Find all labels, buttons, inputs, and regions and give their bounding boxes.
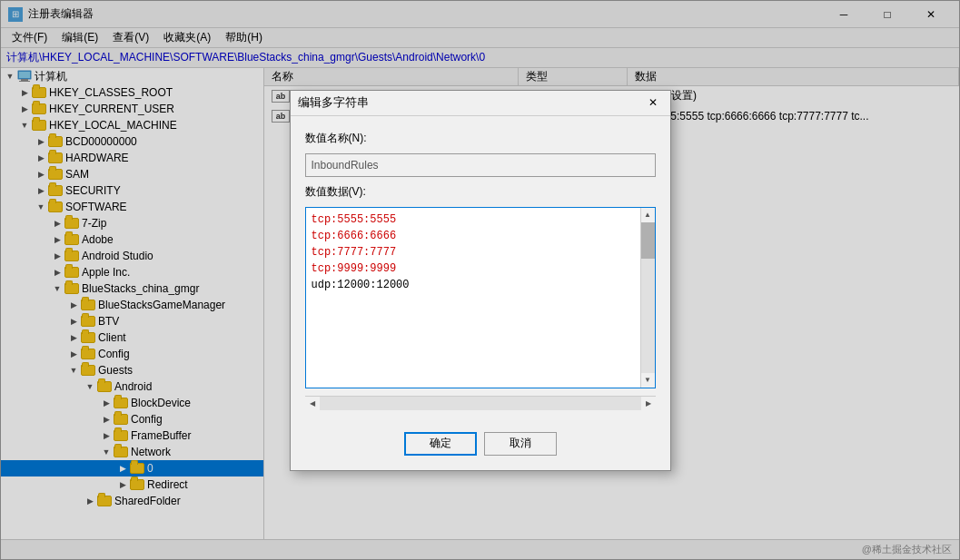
dialog-buttons: 确定 取消 [291, 425, 670, 470]
data-line-4: udp:12000:12000 [312, 277, 635, 293]
dialog-data-label: 数值数据(V): [305, 184, 656, 200]
value-horizontal-scrollbar: ◀ ▶ [305, 396, 656, 410]
dialog-name-label: 数值名称(N): [305, 131, 656, 146]
data-line-0: tcp:5555:5555 [312, 211, 635, 228]
dialog-cancel-button[interactable]: 取消 [484, 432, 557, 456]
dialog-body: 数值名称(N): 数值数据(V): tcp:5555:5555 tcp:6666… [291, 116, 670, 425]
value-data-box: tcp:5555:5555 tcp:6666:6666 tcp:7777:777… [305, 207, 656, 388]
value-data-scrollbar: ▲ ▼ [640, 208, 655, 388]
edit-multistring-dialog: 编辑多字符串 ✕ 数值名称(N): 数值数据(V): tcp:5555:5555… [290, 90, 671, 471]
dialog-overlay: 编辑多字符串 ✕ 数值名称(N): 数值数据(V): tcp:5555:5555… [0, 0, 960, 560]
data-line-3: tcp:9999:9999 [312, 260, 635, 277]
dialog-titlebar: 编辑多字符串 ✕ [291, 91, 670, 116]
data-line-1: tcp:6666:6666 [312, 228, 635, 244]
scrollbar-up-arrow[interactable]: ▲ [640, 208, 655, 222]
h-scrollbar-left-arrow[interactable]: ◀ [305, 396, 320, 410]
dialog-title: 编辑多字符串 [298, 94, 643, 111]
h-scrollbar-track[interactable] [320, 397, 641, 410]
scrollbar-thumb[interactable] [641, 222, 655, 259]
dialog-ok-button[interactable]: 确定 [404, 432, 477, 456]
value-data-content: tcp:5555:5555 tcp:6666:6666 tcp:7777:777… [306, 208, 640, 388]
dialog-close-button[interactable]: ✕ [643, 93, 663, 112]
scrollbar-track[interactable] [641, 222, 655, 373]
data-line-2: tcp:7777:7777 [312, 244, 635, 260]
h-scrollbar-right-arrow[interactable]: ▶ [641, 396, 656, 410]
dialog-name-input[interactable] [305, 153, 656, 177]
scrollbar-down-arrow[interactable]: ▼ [640, 373, 655, 388]
value-data-display[interactable]: tcp:5555:5555 tcp:6666:6666 tcp:7777:777… [306, 208, 640, 297]
